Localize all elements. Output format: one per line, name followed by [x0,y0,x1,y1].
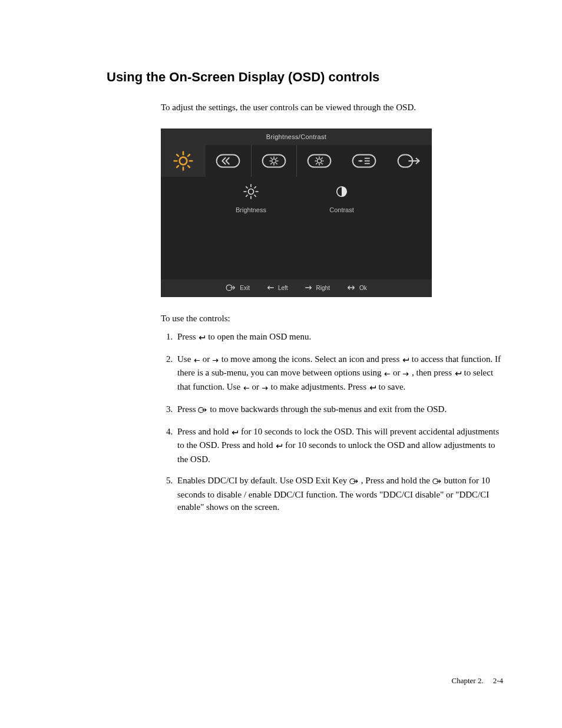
osd-tab-row [161,145,432,177]
arrow-right-icon [262,382,269,395]
osd-option-contrast[interactable]: Contrast [296,183,387,279]
osd-tab-exit[interactable] [387,145,432,177]
arrow-left-icon [384,368,391,381]
page-number: 2-4 [493,676,503,685]
osd-footer-right: Right [316,285,330,291]
osd-tab-options[interactable] [342,145,386,177]
osd-footer-exit: Exit [240,285,250,291]
step-4: Press and hold for 10 seconds to lock th… [175,426,503,466]
page-footer: Chapter 2.2-4 [452,676,504,686]
osd-screenshot: Brightness/Contrast Brightness Contrast [161,129,432,297]
exit-icon [226,284,236,292]
arrow-right-icon [305,285,313,292]
exit-icon [396,152,422,170]
arrow-right-icon [212,354,219,367]
osd-tab-image-position[interactable] [206,145,250,177]
list-lead: To use the controls: [161,314,503,324]
osd-option-brightness[interactable]: Brightness [206,183,296,279]
sun-icon [173,150,194,172]
osd-tab-image-props[interactable] [297,145,342,177]
enter-icon [198,332,206,345]
enter-icon [402,354,409,367]
monitor-sun-icon [306,152,332,170]
monitor-chevrons-icon [215,152,241,170]
step-1: Press to open the main OSD menu. [175,331,503,345]
exit-icon [432,476,442,489]
exit-icon [349,476,359,489]
osd-footer: Exit Left Right Ok [161,279,432,297]
osd-tab-brightness[interactable] [161,145,206,177]
enter-icon [231,427,239,440]
osd-title: Brightness/Contrast [161,129,432,145]
arrow-both-icon [346,285,356,292]
monitor-sun-icon [261,152,287,170]
intro-text: To adjust the settings, the user control… [161,101,503,114]
arrow-left-icon [266,285,275,292]
enter-icon [369,382,376,395]
osd-footer-left: Left [278,285,288,291]
step-5: Enables DDC/CI by default. Use OSD Exit … [175,475,503,514]
sun-icon [242,183,260,202]
enter-icon [275,440,283,453]
arrow-left-icon [193,354,200,367]
monitor-list-icon [351,152,377,170]
osd-tab-image-setup[interactable] [252,145,296,177]
page-heading: Using the On-Screen Display (OSD) contro… [107,70,503,85]
osd-option-label: Brightness [236,206,266,213]
exit-icon [198,404,207,417]
osd-footer-ok: Ok [359,285,367,291]
steps-list: Press to open the main OSD menu. Use or … [161,331,503,514]
step-2: Use or to move among the icons. Select a… [175,353,503,395]
contrast-icon [333,183,351,202]
arrow-right-icon [402,368,409,381]
chapter-label: Chapter 2. [452,676,484,685]
enter-icon [454,368,462,381]
osd-option-label: Contrast [329,206,354,213]
arrow-left-icon [243,382,250,395]
step-3: Press to move backwards through the sub-… [175,403,503,417]
